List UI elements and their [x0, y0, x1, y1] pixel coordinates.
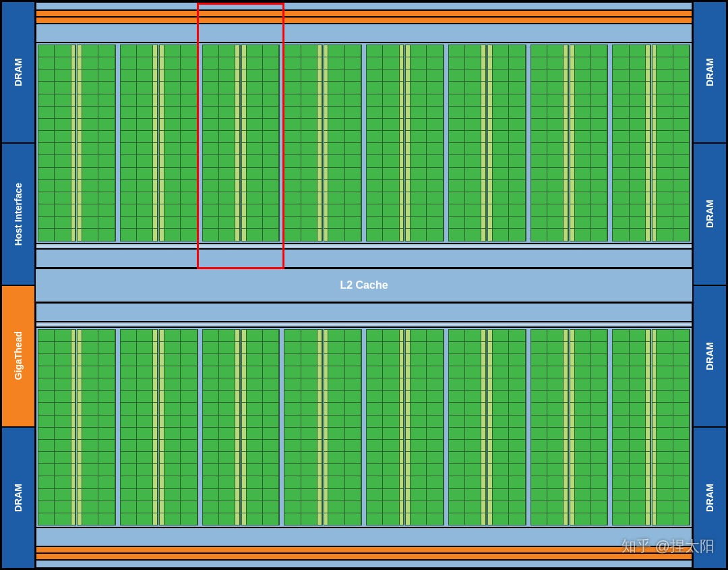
- cuda-core: [547, 513, 564, 525]
- cuda-core: [449, 143, 465, 154]
- ldst-unit: [235, 378, 240, 390]
- cuda-core: [657, 143, 673, 154]
- cuda-core: [121, 45, 137, 57]
- cuda-core: [657, 180, 673, 192]
- sm-row: [324, 428, 361, 440]
- cuda-core: [181, 168, 197, 179]
- cuda-core: [411, 119, 427, 130]
- sm-row: [406, 440, 443, 452]
- cuda-core: [55, 416, 71, 427]
- cuda-core: [284, 155, 301, 167]
- sm-row: [367, 476, 404, 488]
- ldst-unit: [317, 354, 322, 366]
- main-region: L2 Cache: [35, 1, 693, 569]
- sm-row: [570, 229, 607, 240]
- cuda-core: [219, 416, 235, 427]
- cuda-core: [465, 131, 481, 142]
- sm-row: [203, 204, 240, 217]
- cuda-core: [411, 501, 427, 513]
- ldst-unit: [481, 229, 486, 240]
- ldst-unit: [317, 168, 322, 179]
- cuda-core: [263, 155, 279, 167]
- cuda-core: [630, 476, 646, 488]
- ldst-unit: [406, 45, 411, 57]
- cuda-core: [509, 180, 525, 192]
- cuda-core: [613, 180, 629, 192]
- sm-row: [653, 192, 690, 204]
- sm-row: [160, 366, 197, 378]
- sm-row: [284, 513, 322, 525]
- sm-row: [406, 168, 443, 180]
- cuda-core: [345, 119, 361, 130]
- cuda-core: [328, 45, 344, 57]
- sm-unit: [366, 45, 404, 241]
- ldst-unit: [242, 464, 247, 476]
- sm-row: [367, 403, 404, 415]
- sm-row: [242, 440, 279, 452]
- sm-row: [203, 354, 240, 366]
- cuda-core: [284, 464, 301, 476]
- sm-row: [78, 94, 115, 107]
- cuda-core: [219, 180, 235, 192]
- cuda-core: [591, 229, 607, 240]
- sm-row: [203, 82, 240, 94]
- sm-row: [78, 428, 115, 440]
- sm-row: [242, 464, 279, 476]
- cuda-core: [38, 45, 55, 57]
- cuda-core: [630, 366, 646, 378]
- ldst-unit: [71, 489, 76, 501]
- cuda-core: [55, 366, 71, 378]
- sm-row: [613, 107, 650, 119]
- cuda-core: [673, 192, 690, 204]
- ldst-unit: [78, 180, 82, 192]
- sm-row: [406, 342, 443, 354]
- cuda-core: [181, 82, 197, 93]
- cuda-core: [219, 229, 235, 240]
- sm-row: [121, 192, 158, 204]
- cuda-core: [575, 440, 591, 451]
- ldst-unit: [488, 107, 493, 118]
- cuda-core: [449, 501, 465, 513]
- sm-unit: [405, 329, 444, 526]
- ldst-unit: [400, 229, 404, 240]
- sm-row: [488, 69, 525, 82]
- ldst-unit: [317, 366, 322, 378]
- cuda-core: [121, 180, 137, 192]
- cuda-core: [367, 192, 383, 204]
- cuda-core: [121, 501, 137, 513]
- cuda-core: [591, 168, 607, 179]
- ldst-unit: [317, 229, 322, 240]
- cuda-core: [247, 440, 263, 451]
- ldst-unit: [242, 501, 247, 513]
- ldst-unit: [235, 168, 240, 179]
- sm-row: [653, 391, 690, 403]
- ldst-unit: [481, 192, 486, 204]
- cuda-core: [98, 440, 115, 451]
- cuda-core: [203, 192, 219, 204]
- cuda-core: [531, 464, 547, 476]
- cuda-core: [509, 229, 525, 240]
- cuda-core: [55, 342, 71, 353]
- cuda-core: [367, 391, 383, 402]
- ldst-unit: [235, 57, 240, 69]
- cuda-core: [427, 428, 443, 439]
- cuda-core: [427, 391, 443, 402]
- sm-row: [613, 428, 650, 440]
- cuda-core: [427, 330, 443, 341]
- ldst-unit: [653, 501, 657, 513]
- cuda-core: [38, 489, 55, 501]
- sm-row: [324, 143, 361, 155]
- cuda-core: [531, 403, 547, 414]
- sm-row: [284, 416, 322, 428]
- ldst-unit: [653, 217, 657, 228]
- sm-unit: [487, 329, 526, 526]
- ldst-unit: [78, 94, 82, 106]
- sm-row: [653, 143, 690, 155]
- cuda-core: [449, 476, 465, 488]
- cuda-core: [367, 57, 383, 69]
- ldst-unit: [406, 82, 411, 93]
- sm-row: [367, 69, 404, 82]
- cuda-core: [137, 391, 153, 402]
- cuda-core: [328, 69, 344, 81]
- cuda-core: [301, 204, 317, 216]
